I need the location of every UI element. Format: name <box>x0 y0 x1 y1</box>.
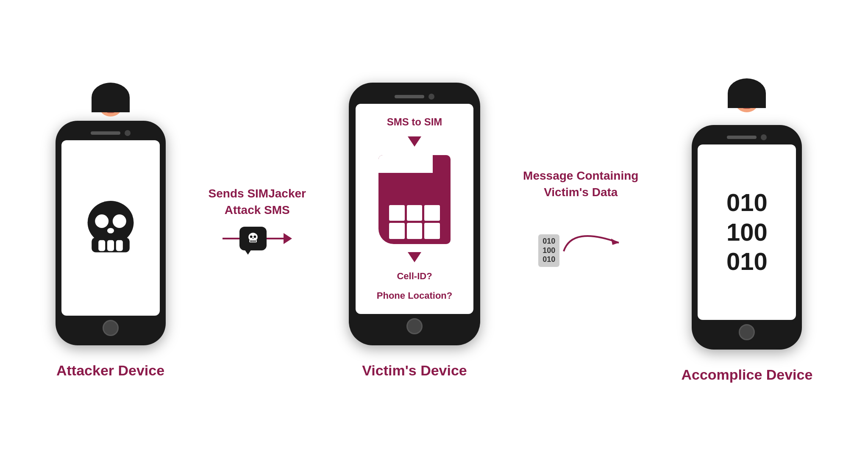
victim-phone-camera <box>428 94 434 100</box>
attacker-phone-speaker <box>91 131 120 135</box>
sim-chip <box>389 205 440 239</box>
cell-id-label: Cell-ID? <box>397 271 432 282</box>
victim-phone-speaker <box>395 95 424 98</box>
bubble-tail <box>245 250 251 255</box>
victim-phone-screen: SMS to SIM <box>356 104 473 314</box>
svg-rect-2 <box>98 240 105 251</box>
attacker-label: Attacker Device <box>56 362 164 379</box>
svg-point-7 <box>107 228 114 233</box>
accomplice-phone-screen: 010 100 010 <box>698 144 796 320</box>
victim-phone: SMS to SIM <box>349 83 480 345</box>
chip-cell-1 <box>389 205 405 221</box>
svg-rect-4 <box>116 240 122 251</box>
sms-bubble <box>239 227 267 250</box>
data-packet-line2: 100 <box>542 246 555 255</box>
arrow-left-line <box>223 238 239 239</box>
svg-point-15 <box>252 238 253 239</box>
svg-rect-3 <box>107 240 114 251</box>
sim-notch <box>378 155 433 173</box>
attacker-phone-camera <box>125 130 131 136</box>
sends-label-line1: Sends SIMJacker <box>209 185 306 202</box>
svg-rect-10 <box>250 240 252 242</box>
accomplice-phone-camera <box>761 134 767 140</box>
chip-cell-6 <box>424 223 440 239</box>
svg-point-13 <box>250 236 253 238</box>
arrow-right-line <box>267 238 284 239</box>
accomplice-hood <box>728 78 766 108</box>
victim-screen-content: SMS to SIM <box>373 104 456 314</box>
attacker-wrapper: Attacker Device <box>56 83 166 379</box>
main-scene: Attacker Device Sends SIMJacker Attack S… <box>0 0 868 461</box>
attacker-phone-home <box>103 320 119 336</box>
sends-sms-label: Sends SIMJacker Attack SMS <box>209 185 306 218</box>
sms-to-sim-label: SMS to SIM <box>387 116 442 128</box>
attacker-hood <box>92 83 130 112</box>
data-packet-line3: 010 <box>542 255 555 264</box>
victim-label: Victim's Device <box>362 362 467 379</box>
svg-point-14 <box>253 236 256 238</box>
binary-container: 010 100 010 <box>726 144 768 320</box>
binary-line2: 100 <box>726 217 768 247</box>
attacker-phone-screen <box>61 140 160 316</box>
accomplice-phone-speaker <box>727 136 757 139</box>
victim-phone-home <box>406 318 423 334</box>
svg-rect-12 <box>254 240 256 242</box>
accomplice-phone-top <box>698 134 796 140</box>
victim-phone-top <box>356 94 473 100</box>
arrow-head-right <box>284 233 292 244</box>
binary-line3: 010 <box>726 247 768 276</box>
sms-arrow-row <box>223 227 292 250</box>
attacker-phone-top <box>61 130 160 136</box>
message-label-block: Message Containing Victim's Data <box>523 167 638 200</box>
sends-label-line2: Attack SMS <box>209 202 306 218</box>
data-packet-line1: 010 <box>542 237 555 246</box>
chip-cell-5 <box>407 223 423 239</box>
arrow-down-1 <box>408 136 421 147</box>
sim-card <box>378 155 451 244</box>
svg-point-5 <box>95 214 108 228</box>
accomplice-phone-home <box>739 324 755 340</box>
chip-cell-3 <box>424 205 440 221</box>
accomplice-wrapper: 010 100 010 Accomplice Device <box>681 78 812 383</box>
victim-wrapper: SMS to SIM <box>349 83 480 379</box>
skull-icon <box>77 194 145 262</box>
skull-container <box>61 140 160 316</box>
arrow-down-2 <box>408 252 421 262</box>
chip-cell-2 <box>407 205 423 221</box>
phone-location-label: Phone Location? <box>377 290 452 301</box>
accomplice-figure <box>692 78 802 112</box>
attacker-figure <box>56 83 166 117</box>
curved-arrow-container: 010 100 010 <box>538 217 623 268</box>
bubble-skull-icon <box>245 231 261 246</box>
accomplice-label: Accomplice Device <box>681 367 812 383</box>
svg-point-6 <box>112 214 126 228</box>
sms-bubble-wrapper <box>239 227 267 250</box>
message-arrow-area: Message Containing Victim's Data 010 100… <box>523 167 638 268</box>
message-line2: Victim's Data <box>523 184 638 200</box>
data-packet: 010 100 010 <box>538 234 559 267</box>
binary-line1: 010 <box>726 188 768 217</box>
attacker-phone <box>56 121 166 345</box>
chip-cell-4 <box>389 223 405 239</box>
attack-arrow-area: Sends SIMJacker Attack SMS <box>209 185 306 250</box>
svg-rect-11 <box>252 240 253 242</box>
message-line1: Message Containing <box>523 167 638 184</box>
accomplice-phone: 010 100 010 <box>692 125 802 350</box>
